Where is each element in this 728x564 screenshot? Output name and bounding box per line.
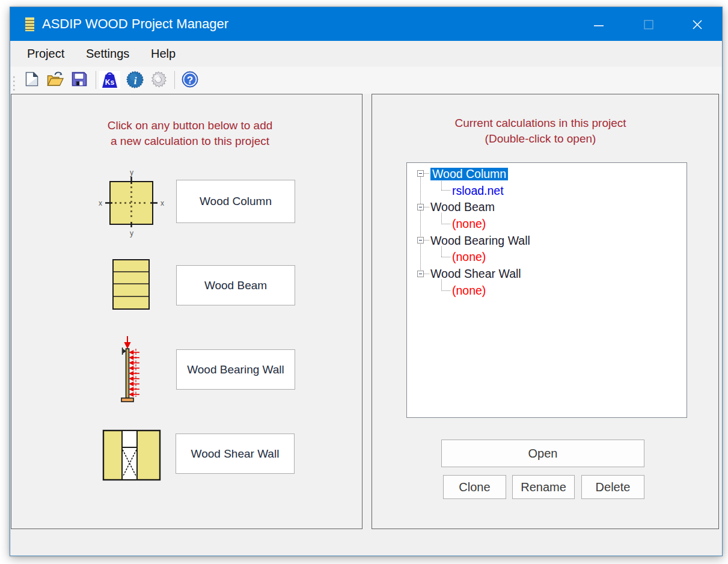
svg-text:i: i xyxy=(134,75,137,87)
svg-text:?: ? xyxy=(187,75,193,86)
svg-text:y: y xyxy=(130,229,133,238)
svg-text:Ks: Ks xyxy=(105,78,115,87)
svg-text:y: y xyxy=(130,168,133,177)
svg-text:x: x xyxy=(161,199,164,207)
svg-text:x: x xyxy=(99,199,102,207)
